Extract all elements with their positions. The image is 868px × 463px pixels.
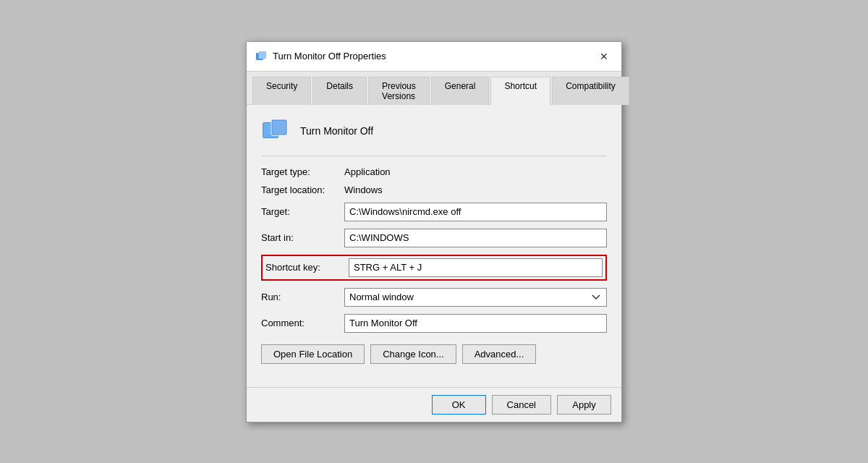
run-select[interactable]: Normal window	[344, 288, 607, 307]
target-location-row: Target location: Windows	[261, 184, 607, 195]
svg-rect-7	[273, 121, 286, 134]
svg-rect-2	[260, 52, 265, 58]
tab-shortcut[interactable]: Shortcut	[490, 77, 550, 105]
target-type-value: Application	[344, 166, 391, 177]
target-location-value: Windows	[344, 184, 383, 195]
cancel-button[interactable]: Cancel	[492, 395, 551, 415]
advanced-button[interactable]: Advanced...	[462, 344, 537, 364]
start-in-input[interactable]	[344, 229, 607, 247]
target-type-label: Target type:	[261, 166, 344, 177]
shortcut-key-row: Shortcut key:	[261, 255, 607, 281]
app-icon	[261, 116, 290, 145]
dialog-title: Turn Monitor Off Properties	[273, 51, 386, 61]
target-input[interactable]	[344, 203, 607, 221]
tab-general[interactable]: General	[431, 77, 490, 105]
tab-previous-versions[interactable]: Previous Versions	[368, 77, 430, 105]
app-header: Turn Monitor Off	[261, 116, 607, 156]
start-in-row: Start in:	[261, 229, 607, 247]
title-bar: Turn Monitor Off Properties ✕	[247, 42, 621, 72]
comment-row: Comment:	[261, 314, 607, 333]
run-label: Run:	[261, 292, 344, 302]
start-in-label: Start in:	[261, 232, 344, 243]
title-bar-left: Turn Monitor Off Properties	[255, 51, 386, 62]
tabs-container: Security Details Previous Versions Gener…	[247, 72, 621, 105]
target-location-label: Target location:	[261, 184, 344, 195]
target-label: Target:	[261, 206, 344, 217]
comment-input[interactable]	[344, 314, 607, 333]
shortcut-key-label: Shortcut key:	[265, 262, 349, 273]
run-row: Run: Normal window	[261, 288, 607, 307]
tab-details[interactable]: Details	[312, 77, 367, 105]
shortcut-key-input[interactable]	[349, 258, 603, 277]
dialog-footer: OK Cancel Apply	[247, 387, 621, 422]
content-area: Turn Monitor Off Target type: Applicatio…	[247, 105, 621, 387]
target-row: Target:	[261, 203, 607, 221]
target-type-row: Target type: Application	[261, 166, 607, 177]
comment-label: Comment:	[261, 318, 344, 328]
tab-security[interactable]: Security	[252, 77, 311, 105]
close-button[interactable]: ✕	[595, 48, 613, 65]
change-icon-button[interactable]: Change Icon...	[370, 344, 456, 364]
app-name: Turn Monitor Off	[300, 125, 373, 137]
action-buttons: Open File Location Change Icon... Advanc…	[261, 344, 607, 364]
title-bar-icon	[255, 51, 267, 62]
apply-button[interactable]: Apply	[557, 395, 611, 415]
ok-button[interactable]: OK	[432, 395, 486, 415]
properties-dialog: Turn Monitor Off Properties ✕ Security D…	[246, 41, 622, 422]
tab-compatibility[interactable]: Compatibility	[552, 77, 629, 105]
open-file-location-button[interactable]: Open File Location	[261, 344, 365, 364]
